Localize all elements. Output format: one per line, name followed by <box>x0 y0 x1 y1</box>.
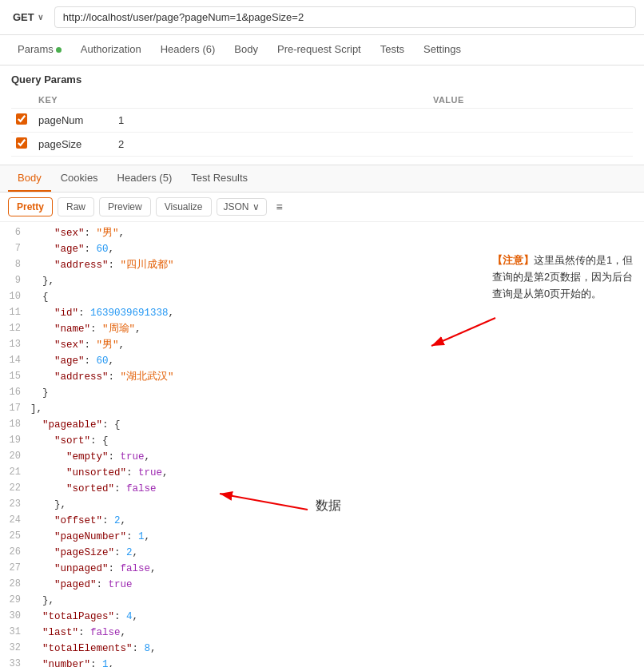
json-number-value: 2 <box>114 515 121 526</box>
json-punctuation: : <box>97 579 109 590</box>
preview-button[interactable]: Preview <box>99 197 151 216</box>
tab-authorization[interactable]: Authorization <box>71 35 151 65</box>
line-content: "age": 60, <box>30 241 114 257</box>
json-number-value: 8 <box>145 643 151 654</box>
tab-headers-response[interactable]: Headers (5) <box>108 165 182 192</box>
json-punctuation: { <box>30 292 49 303</box>
json-punctuation <box>30 324 54 335</box>
line-number: 22 <box>0 481 30 496</box>
json-key: "offset" <box>54 515 102 526</box>
json-line: 6 "sex": "男", <box>0 225 644 241</box>
tab-cookies[interactable]: Cookies <box>51 165 108 192</box>
json-line: 15 "address": "湖北武汉" <box>0 369 644 385</box>
method-select[interactable]: GET ∨ <box>8 8 48 26</box>
visualize-button[interactable]: Visualize <box>156 197 212 216</box>
tab-headers[interactable]: Headers (6) <box>151 35 225 65</box>
tab-pre-request[interactable]: Pre-request Script <box>268 35 371 65</box>
method-label: GET <box>13 11 34 23</box>
json-punctuation: : <box>109 371 121 383</box>
format-type-select[interactable]: JSON ∨ <box>217 198 267 216</box>
json-punctuation <box>30 467 66 478</box>
line-number: 32 <box>0 641 30 656</box>
line-number: 9 <box>0 273 30 288</box>
json-punctuation: : <box>78 308 90 319</box>
filter-icon[interactable]: ≡ <box>272 198 288 216</box>
line-content: { <box>30 289 49 305</box>
tab-tests[interactable]: Tests <box>371 35 414 65</box>
chevron-down-icon: ∨ <box>252 201 260 212</box>
line-number: 31 <box>0 625 30 640</box>
tab-test-results[interactable]: Test Results <box>181 165 257 192</box>
line-content: "age": 60, <box>30 353 114 369</box>
data-annotation-label: 数据 <box>316 498 341 514</box>
line-content: "offset": 2, <box>30 513 126 529</box>
json-punctuation: : <box>90 659 102 667</box>
line-content: "sex": "男", <box>30 337 125 353</box>
row1-value: 1 <box>113 109 633 133</box>
pretty-button[interactable]: Pretty <box>8 197 53 216</box>
url-bar: GET ∨ <box>0 0 644 35</box>
line-number: 14 <box>0 353 30 368</box>
json-key: "age" <box>54 355 85 367</box>
json-line: 28 "paged": true <box>0 577 644 593</box>
line-number: 17 <box>0 401 30 416</box>
json-punctuation: } <box>30 387 49 399</box>
json-line: 26 "pageSize": 2, <box>0 545 644 561</box>
json-line: 29 }, <box>0 593 644 609</box>
line-number: 15 <box>0 369 30 384</box>
json-key: "paged" <box>54 579 97 590</box>
json-line: 12 "name": "周瑜", <box>0 321 644 337</box>
json-number-value: 60 <box>97 355 109 367</box>
line-content: "sex": "男", <box>30 225 125 241</box>
value-column-header: VALUE <box>113 92 633 109</box>
json-line: 33 "number": 1, <box>0 657 644 667</box>
json-number-value: 2 <box>126 547 133 558</box>
line-number: 21 <box>0 465 30 480</box>
json-punctuation: , <box>119 339 125 351</box>
row1-checkbox[interactable] <box>16 113 27 125</box>
json-string-value: "周瑜" <box>102 324 135 335</box>
json-punctuation <box>30 308 54 319</box>
json-boolean-value: false <box>126 483 157 494</box>
json-punctuation <box>30 659 42 667</box>
row2-checkbox[interactable] <box>16 137 27 149</box>
json-punctuation: , <box>109 244 115 255</box>
line-content: "address": "四川成都" <box>30 257 174 273</box>
json-punctuation: , <box>150 563 157 574</box>
line-content: "unpaged": false, <box>30 561 157 577</box>
line-number: 33 <box>0 657 30 667</box>
json-key: "pageNumber" <box>54 531 126 542</box>
json-key: "unsorted" <box>66 467 126 478</box>
json-punctuation: : <box>126 531 138 542</box>
tab-body-response[interactable]: Body <box>8 165 51 192</box>
json-line: 25 "pageNumber": 1, <box>0 529 644 545</box>
json-punctuation: : <box>133 643 145 654</box>
json-punctuation <box>30 339 54 351</box>
json-punctuation <box>30 483 66 494</box>
tab-body[interactable]: Body <box>225 35 268 65</box>
json-line: 19 "sort": { <box>0 433 644 449</box>
json-boolean-value: true <box>121 451 145 463</box>
tab-params[interactable]: Params <box>8 35 71 65</box>
json-punctuation: : <box>114 611 126 622</box>
raw-button[interactable]: Raw <box>58 197 94 216</box>
json-line: 22 "sorted": false <box>0 481 644 497</box>
json-punctuation <box>30 419 42 431</box>
json-key: "age" <box>54 244 85 255</box>
tab-settings[interactable]: Settings <box>414 35 471 65</box>
json-punctuation: , <box>133 547 139 558</box>
json-line: 21 "unsorted": true, <box>0 465 644 481</box>
line-number: 27 <box>0 561 30 576</box>
json-key: "sorted" <box>66 483 114 494</box>
json-line: 20 "empty": true, <box>0 449 644 465</box>
json-line: 13 "sex": "男", <box>0 337 644 353</box>
json-punctuation: : <box>78 627 90 638</box>
format-type-label: JSON <box>224 201 249 212</box>
url-input[interactable] <box>54 6 636 28</box>
json-punctuation <box>30 547 54 558</box>
line-content: "pageSize": 2, <box>30 545 138 561</box>
row1-key: pageNum <box>34 109 113 133</box>
json-key: "pageable" <box>42 419 102 431</box>
json-punctuation: , <box>121 627 127 638</box>
json-punctuation <box>30 228 54 239</box>
